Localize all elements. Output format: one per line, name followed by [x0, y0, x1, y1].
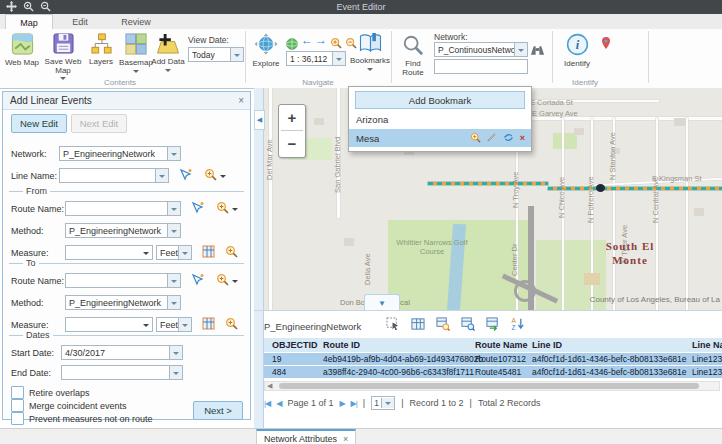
- line-name-select[interactable]: [59, 168, 169, 183]
- col-line-id[interactable]: Line ID: [532, 340, 562, 350]
- end-date-caret-icon: [169, 366, 182, 379]
- last-page-button[interactable]: ▶|: [351, 399, 357, 408]
- table-icon[interactable]: [411, 317, 425, 335]
- tab-map[interactable]: Map: [5, 14, 53, 30]
- bookmark-refresh-icon[interactable]: [503, 132, 514, 145]
- from-select-route-icon[interactable]: [191, 200, 204, 218]
- view-date-caret-icon: [230, 48, 243, 61]
- basemap-icon: [125, 33, 147, 58]
- horizontal-scrollbar[interactable]: ◀: [264, 381, 720, 391]
- from-method-select[interactable]: P_EngineeringNetwork: [65, 223, 181, 238]
- map-zoom-in-button[interactable]: +: [279, 105, 305, 130]
- next-edit-button[interactable]: Next Edit: [71, 114, 127, 133]
- bookmark-item-mesa[interactable]: Mesa ×: [349, 129, 531, 147]
- from-measure-grid-icon[interactable]: [202, 244, 215, 262]
- line-zoom-icon[interactable]: [204, 167, 217, 185]
- separator: |: [363, 398, 365, 408]
- window-title: Event Editor: [0, 2, 722, 12]
- from-unit-select[interactable]: Feet: [156, 245, 192, 260]
- svg-text:Z: Z: [512, 324, 516, 331]
- bookmark-item-arizona[interactable]: Arizona: [349, 111, 531, 127]
- route-input[interactable]: [434, 59, 528, 74]
- col-objectid[interactable]: OBJECTID: [272, 340, 318, 350]
- to-route-name-select[interactable]: [65, 273, 181, 288]
- prev-page-button[interactable]: ◀: [276, 399, 281, 408]
- to-zoom-caret-icon[interactable]: [232, 280, 238, 286]
- collapse-down-icon: ▼: [378, 299, 386, 308]
- bookmark-edit-icon[interactable]: [487, 132, 497, 144]
- identify-group-label: Identify: [530, 78, 640, 87]
- find-route-icon: [402, 34, 424, 59]
- panel-network-select[interactable]: P_EngineeringNetwork: [59, 146, 181, 161]
- bookmark-zoom-icon[interactable]: [470, 132, 481, 145]
- from-measure-zoom-icon[interactable]: [225, 244, 238, 262]
- to-measure-zoom-icon[interactable]: [225, 316, 238, 334]
- cell-line-id: a4f0cf1d-1d61-4346-befc-8b08133e681e: [532, 367, 687, 377]
- web-map-button[interactable]: Web Map: [2, 33, 42, 68]
- new-edit-button[interactable]: New Edit: [11, 114, 67, 133]
- to-measure-grid-icon[interactable]: [202, 316, 215, 334]
- bookmark-delete-icon[interactable]: ×: [520, 133, 525, 143]
- col-route-name[interactable]: Route Name: [475, 340, 528, 350]
- tab-review[interactable]: Review: [108, 14, 164, 29]
- pan-to-selection-icon[interactable]: [461, 317, 475, 335]
- tab-network-attributes[interactable]: Network Attributes ×: [256, 429, 356, 444]
- view-date-select[interactable]: Today: [188, 47, 244, 62]
- add-data-button[interactable]: Add Data: [150, 33, 186, 75]
- next-extent-icon[interactable]: →: [315, 34, 327, 46]
- first-page-button[interactable]: |◀: [264, 399, 270, 408]
- col-line-name[interactable]: Line Name: [692, 340, 722, 350]
- cell-route-id: a398ff4c-2940-4c00-96b6-c6343f8f1711: [323, 367, 474, 377]
- add-bookmark-button[interactable]: Add Bookmark: [355, 91, 525, 109]
- scrollbar-thumb[interactable]: [279, 383, 699, 389]
- from-zoom-icon[interactable]: [216, 200, 229, 218]
- explore-button[interactable]: Explore: [250, 33, 282, 69]
- pin-icon[interactable]: [600, 36, 612, 54]
- select-line-on-map-icon[interactable]: [179, 167, 192, 185]
- page-number-select[interactable]: 1: [371, 396, 395, 410]
- from-measure-combo[interactable]: [65, 245, 153, 260]
- to-select-route-icon[interactable]: [191, 272, 204, 290]
- end-date-select[interactable]: [61, 365, 183, 380]
- next-button[interactable]: Next >: [193, 401, 243, 420]
- identify-button[interactable]: i Identify: [560, 33, 594, 69]
- next-page-button[interactable]: ▶: [339, 399, 344, 408]
- map-attribution: County of Los Angeles, Bureau of La: [590, 295, 720, 304]
- from-zoom-caret-icon[interactable]: [232, 208, 238, 214]
- bookmarks-button[interactable]: Bookmarks: [352, 33, 388, 74]
- network-label: Network:: [434, 32, 468, 42]
- collapse-table-button[interactable]: ▼: [364, 294, 400, 310]
- binoculars-icon[interactable]: [530, 42, 545, 60]
- previous-extent-icon[interactable]: ←: [301, 34, 313, 46]
- find-route-button[interactable]: Find Route: [398, 34, 428, 77]
- collapse-panel-button[interactable]: ◀: [254, 110, 265, 130]
- from-route-name-select[interactable]: [65, 201, 181, 216]
- layers-button[interactable]: Layers: [84, 33, 118, 67]
- to-measure-combo[interactable]: [65, 317, 153, 332]
- line-zoom-caret-icon[interactable]: [220, 175, 226, 181]
- table-row[interactable]: 19 4eb9419b-af9b-4d04-ab69-1d493476802b …: [264, 353, 722, 365]
- col-route-id[interactable]: Route ID: [323, 340, 360, 350]
- map-zoom-out-button[interactable]: −: [279, 131, 305, 156]
- network-select[interactable]: P_ContinuousNetwork: [434, 42, 528, 57]
- golf-course-label: Whittier Narrows Golf Course: [394, 238, 470, 256]
- switch-selection-icon[interactable]: [486, 317, 500, 335]
- tab-edit[interactable]: Edit: [55, 14, 105, 29]
- ribbon: Web Map Save Web Map Layers Basemap Add …: [0, 29, 722, 89]
- table-header-row: OBJECTID Route ID Route Name Line ID Lin…: [264, 338, 722, 352]
- sort-icon[interactable]: AZ: [511, 317, 525, 335]
- panel-close-icon[interactable]: ×: [238, 95, 244, 106]
- prevent-measures-checkbox[interactable]: [11, 412, 24, 425]
- to-method-select[interactable]: P_EngineeringNetwork: [65, 295, 181, 310]
- table-row[interactable]: 484 a398ff4c-2940-4c00-96b6-c6343f8f1711…: [264, 366, 722, 378]
- to-unit-select[interactable]: Feet: [156, 317, 192, 332]
- save-web-map-button[interactable]: Save Web Map: [44, 33, 82, 83]
- scroll-left-icon[interactable]: ◀: [267, 382, 272, 390]
- zoom-to-selection-icon[interactable]: [436, 317, 450, 335]
- bottom-tab-close-icon[interactable]: ×: [343, 434, 348, 444]
- to-zoom-icon[interactable]: [216, 272, 229, 290]
- select-records-icon[interactable]: [386, 317, 400, 335]
- to-legend: To: [23, 258, 39, 268]
- start-date-select[interactable]: 4/30/2017: [61, 345, 183, 360]
- scale-select[interactable]: 1 : 36,112: [286, 51, 346, 66]
